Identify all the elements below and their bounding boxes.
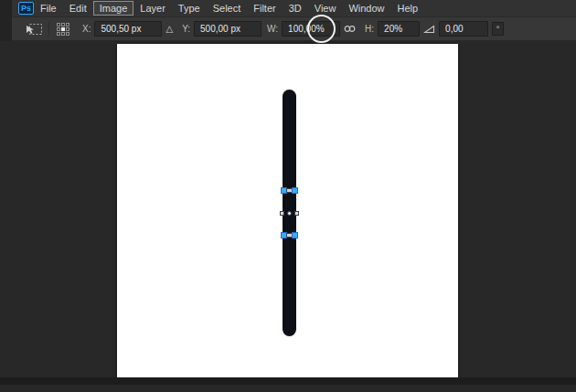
- angle-icon[interactable]: [423, 25, 435, 34]
- link-dimensions-icon[interactable]: [344, 25, 356, 33]
- menu-item-filter[interactable]: Filter: [247, 1, 282, 16]
- angle-field[interactable]: 0,00: [439, 21, 488, 37]
- transform-tool-icon[interactable]: [25, 23, 43, 36]
- transform-options-bar: X: 500,50 px △ Y: 500,00 px W: 100,00% H…: [0, 16, 576, 41]
- canvas[interactable]: [117, 44, 458, 382]
- free-transform-box[interactable]: [281, 187, 298, 238]
- x-label: X:: [82, 24, 91, 34]
- delta-icon[interactable]: △: [165, 24, 173, 34]
- height-field[interactable]: 20%: [378, 21, 420, 37]
- transform-middle-row: [281, 210, 298, 217]
- y-position-field[interactable]: 500,00 px: [194, 21, 261, 37]
- photoshop-logo-icon: Ps: [18, 2, 34, 15]
- menu-item-edit[interactable]: Edit: [63, 1, 93, 16]
- menu-item-type[interactable]: Type: [172, 1, 207, 16]
- menu-item-layer[interactable]: Layer: [133, 1, 172, 16]
- transform-handle-middle-left[interactable]: [280, 211, 284, 216]
- degree-unit-box: °: [492, 22, 504, 36]
- x-position-field[interactable]: 500,50 px: [94, 21, 162, 37]
- menu-bar: Ps File Edit Image Layer Type Select Fil…: [0, 0, 576, 16]
- menu-item-select[interactable]: Select: [207, 1, 248, 16]
- menu-item-window[interactable]: Window: [342, 1, 390, 16]
- menu-item-3d[interactable]: 3D: [283, 1, 308, 16]
- workspace: [0, 41, 576, 385]
- menu-item-file[interactable]: File: [34, 1, 63, 16]
- h-label: H:: [365, 24, 374, 34]
- photoshop-window: Ps File Edit Image Layer Type Select Fil…: [0, 0, 576, 392]
- window-left-edge: [0, 0, 12, 41]
- w-label: W:: [267, 24, 278, 34]
- y-label: Y:: [182, 24, 190, 34]
- width-field[interactable]: 100,00%: [282, 21, 340, 37]
- options-separator: [48, 22, 49, 37]
- transform-handle-middle-right[interactable]: [294, 211, 299, 216]
- bottom-strip: [0, 377, 576, 385]
- menu-item-view[interactable]: View: [308, 1, 343, 16]
- menu-item-help[interactable]: Help: [391, 1, 425, 16]
- reference-point-center: [61, 27, 65, 31]
- reference-point-locator[interactable]: [57, 23, 69, 36]
- transform-handle-top-right[interactable]: [292, 187, 298, 194]
- transform-handle-bottom-right[interactable]: [292, 232, 298, 238]
- transform-bottom-edge: [281, 232, 298, 238]
- transform-reference-point[interactable]: [287, 211, 292, 216]
- menu-item-image[interactable]: Image: [93, 1, 134, 16]
- transform-top-edge: [281, 187, 298, 194]
